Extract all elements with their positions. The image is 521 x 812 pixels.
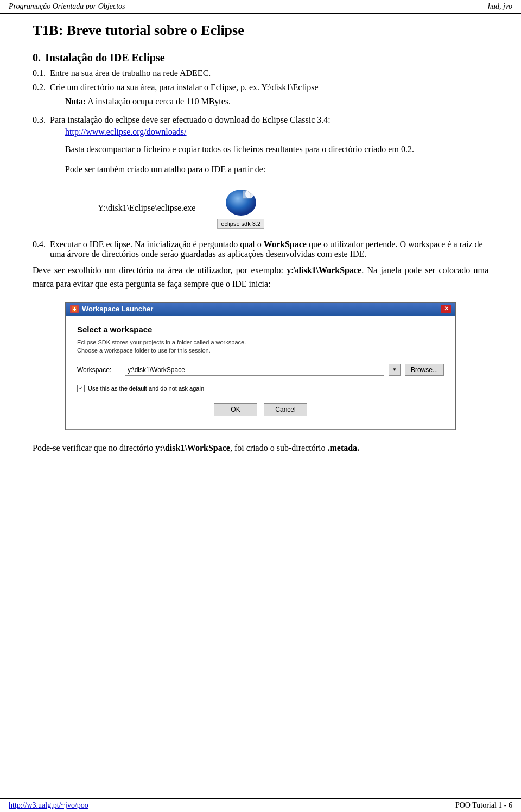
workspace-launcher-dialog: Workspace Launcher ✕ Select a workspace … xyxy=(65,302,456,430)
dialog-titlebar-left: Workspace Launcher xyxy=(70,305,153,313)
header-left: Programação Orientada por Objectos xyxy=(9,2,125,11)
subsection-02-text: Crie um directório na sua área, para ins… xyxy=(50,83,319,92)
subsection-03-atalho: Pode ser também criado um atalho para o … xyxy=(65,162,488,177)
page-title: T1B: Breve tutorial sobre o Eclipse xyxy=(33,22,488,39)
main-content: T1B: Breve tutorial sobre o Eclipse 0. I… xyxy=(0,14,521,494)
section-0-heading: Instalação do IDE Eclipse xyxy=(45,52,488,64)
dialog-checkbox-row: ✓ Use this as the default and do not ask… xyxy=(77,385,444,392)
dialog-buttons: OK Cancel xyxy=(77,403,444,420)
eclipse-svg-icon xyxy=(224,187,258,217)
eclipse-icon-block: eclipse sdk 3.2 xyxy=(217,187,264,229)
workspace-dropdown[interactable]: ▼ xyxy=(389,364,401,376)
subsection-02-note: Nota: A instalação ocupa cerca de 110 MB… xyxy=(65,95,488,109)
subsection-03-num: 0.3. xyxy=(33,115,46,125)
dialog-body: Select a workspace Eclipse SDK stores yo… xyxy=(66,316,455,430)
subsection-04: 0.4. Executar o IDE eclipse. Na iniciali… xyxy=(33,240,488,259)
dialog-workspace-row: Workspace: ▼ Browse... xyxy=(77,364,444,376)
footer-right: POO Tutorial 1 - 6 xyxy=(455,801,512,810)
subsection-02-num: 0.2. xyxy=(33,83,46,92)
dialog-subtitle: Select a workspace xyxy=(77,325,444,334)
svg-rect-2 xyxy=(243,191,251,198)
subsection-04-para2: Deve ser escolhido um directório na área… xyxy=(33,263,488,291)
dialog-titlebar: Workspace Launcher ✕ xyxy=(66,303,455,316)
exe-block: Y:\disk1\Eclipse\eclipse.exe xyxy=(98,187,488,229)
subsection-01: 0.1. Entre na sua área de trabalho na re… xyxy=(33,68,488,78)
subsection-03-text: Para instalação do eclipse deve ser efec… xyxy=(50,115,331,125)
nota-text: A instalação ocupa cerca de 110 MBytes. xyxy=(87,97,231,106)
subsection-03-link-block: http://www.eclipse.org/downloads/ xyxy=(65,127,488,137)
dialog-title-icon xyxy=(70,305,79,313)
launcher-icon xyxy=(71,306,78,312)
subsection-03-after-link: Basta descompactar o ficheiro e copiar t… xyxy=(65,142,488,156)
section-0: 0. Instalação do IDE Eclipse xyxy=(33,52,488,64)
dialog-desc-line1: Eclipse SDK stores your projects in a fo… xyxy=(77,338,444,347)
subsection-01-num: 0.1. xyxy=(33,68,46,78)
nota-label: Nota: xyxy=(65,97,86,106)
header-right: had, jvo xyxy=(488,2,512,11)
cancel-button[interactable]: Cancel xyxy=(264,403,307,416)
default-checkbox[interactable]: ✓ xyxy=(77,385,85,392)
browse-button[interactable]: Browse... xyxy=(405,364,444,376)
dialog-description: Eclipse SDK stores your projects in a fo… xyxy=(77,338,444,355)
subsection-04-text: Executar o IDE eclipse. Na inicialização… xyxy=(50,240,488,259)
ok-button[interactable]: OK xyxy=(214,403,257,416)
workspace-input[interactable] xyxy=(125,364,384,376)
eclipse-download-link[interactable]: http://www.eclipse.org/downloads/ xyxy=(65,127,187,136)
eclipse-label: eclipse sdk 3.2 xyxy=(217,219,264,229)
subsection-02: 0.2. Crie um directório na sua área, par… xyxy=(33,83,488,92)
dialog-desc-line2: Choose a workspace folder to use for thi… xyxy=(77,347,444,355)
subsection-04-num: 0.4. xyxy=(33,240,46,259)
checkbox-label: Use this as the default and do not ask a… xyxy=(88,385,204,392)
workspace-label: Workspace: xyxy=(77,366,120,374)
dialog-close-button[interactable]: ✕ xyxy=(441,305,451,313)
footer-link[interactable]: http://w3.ualg.pt/~jvo/poo xyxy=(9,801,88,810)
dialog-title-text: Workspace Launcher xyxy=(82,305,153,313)
subsection-03: 0.3. Para instalação do eclipse deve ser… xyxy=(33,115,488,125)
page-footer: http://w3.ualg.pt/~jvo/poo POO Tutorial … xyxy=(0,798,521,812)
exe-path-text: Y:\disk1\Eclipse\eclipse.exe xyxy=(98,203,195,213)
page-header: Programação Orientada por Objectos had, … xyxy=(0,0,521,14)
section-0-num: 0. xyxy=(33,52,41,64)
final-paragraph: Pode-se verificar que no directório y:\d… xyxy=(33,441,488,455)
subsection-01-text: Entre na sua área de trabalho na rede AD… xyxy=(50,68,211,78)
